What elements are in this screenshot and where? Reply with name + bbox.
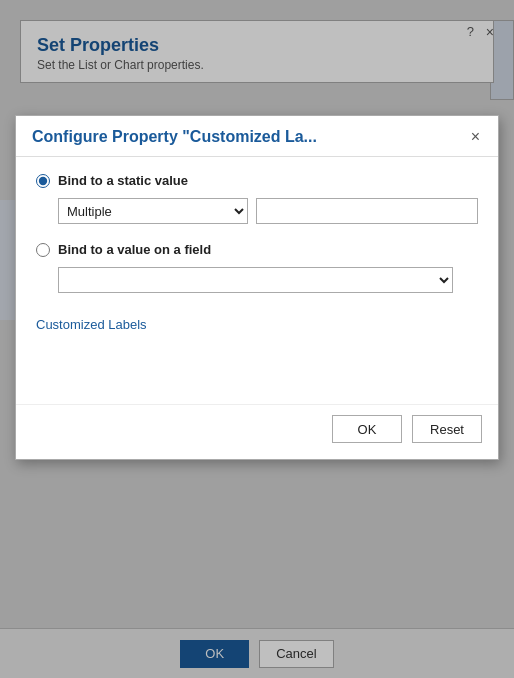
field-value-label[interactable]: Bind to a value on a field (58, 242, 211, 257)
static-value-dropdown[interactable]: Multiple Single None (58, 198, 248, 224)
modal-title: Configure Property "Customized La... (32, 128, 317, 146)
static-value-radio[interactable] (36, 174, 50, 188)
field-option-row: Bind to a value on a field (36, 242, 478, 257)
reset-button[interactable]: Reset (412, 415, 482, 443)
static-value-controls: Multiple Single None (58, 198, 478, 224)
modal-header: Configure Property "Customized La... × (16, 116, 498, 157)
modal-close-button[interactable]: × (469, 129, 482, 145)
field-select-row (58, 267, 478, 293)
static-value-text-input[interactable] (256, 198, 478, 224)
modal-footer: OK Reset (16, 404, 498, 459)
static-value-option-row: Bind to a static value (36, 173, 478, 188)
customized-labels-link[interactable]: Customized Labels (36, 317, 147, 332)
static-value-label[interactable]: Bind to a static value (58, 173, 188, 188)
field-value-radio[interactable] (36, 243, 50, 257)
field-bind-section: Bind to a value on a field (36, 242, 478, 293)
ok-button[interactable]: OK (332, 415, 402, 443)
modal-body: Bind to a static value Multiple Single N… (16, 157, 498, 344)
field-value-dropdown[interactable] (58, 267, 453, 293)
configure-property-dialog: Configure Property "Customized La... × B… (15, 115, 499, 460)
